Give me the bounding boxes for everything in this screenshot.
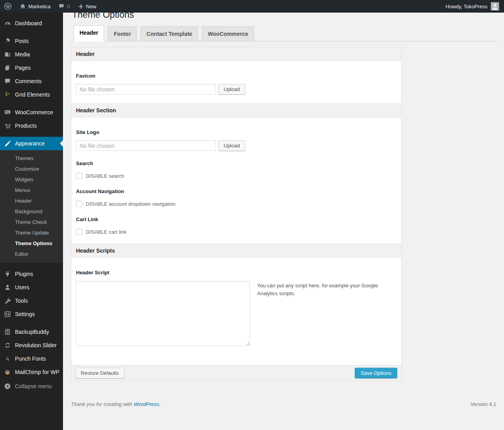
sidebar-label: Tools (15, 298, 28, 304)
tab-woocommerce[interactable]: WooCommerce (202, 26, 254, 41)
sidebar-item-appearance[interactable]: Appearance (0, 137, 63, 150)
wrench-icon (3, 297, 12, 305)
sidebar-label: Revolution Slider (15, 342, 57, 348)
site-logo-file-input[interactable] (76, 140, 216, 151)
new-menu[interactable]: New (74, 0, 100, 13)
submenu-item-header[interactable]: Header (0, 195, 63, 206)
disable-account-text: DISABLE account dropdown navigation (86, 201, 176, 207)
sidebar-label: Dashboard (15, 20, 42, 26)
tab-header[interactable]: Header (74, 25, 104, 41)
main-content: Theme Options Header Footer Contact Temp… (63, 0, 504, 407)
cart-link-label: Cart Link (76, 216, 397, 222)
disable-account-checkbox[interactable] (76, 201, 82, 207)
favicon-file-input[interactable] (76, 84, 216, 95)
sidebar-item-posts[interactable]: Posts (0, 34, 63, 48)
save-options-button[interactable]: Save Options (355, 368, 397, 378)
sidebar-separator (0, 30, 63, 34)
plugin-icon (3, 270, 12, 278)
pages-icon (3, 64, 12, 72)
comments-icon (3, 77, 12, 85)
sidebar-label: BackupBuddy (15, 329, 49, 335)
svg-text:W: W (6, 4, 10, 9)
new-label: New (86, 4, 96, 9)
account-navigation-label: Account Navigation (76, 188, 397, 194)
comments-menu[interactable]: 0 (54, 0, 74, 13)
disable-cart-row: DISABLE cart link (76, 229, 397, 235)
wordpress-logo-menu[interactable]: W (0, 0, 16, 13)
restore-defaults-button[interactable]: Restore Defaults (75, 368, 124, 378)
header-script-textarea[interactable] (76, 281, 250, 346)
submenu-item-menus[interactable]: Menus (0, 185, 63, 195)
collapse-label: Collapse menu (15, 383, 52, 389)
comments-count: 0 (67, 4, 70, 9)
header-script-help-text: You can put any script here, for example… (257, 282, 379, 298)
sidebar-item-settings[interactable]: Settings (0, 307, 63, 321)
section-header-header-section: Header Section (71, 103, 401, 117)
sidebar-label: Grid Elements (15, 91, 50, 98)
comment-bubble-icon (58, 3, 65, 9)
tab-footer[interactable]: Footer (108, 26, 137, 41)
sidebar-separator (0, 321, 63, 325)
submenu-item-widgets[interactable]: Widgets (0, 174, 63, 185)
wordpress-link[interactable]: WordPress (134, 401, 159, 407)
submenu-item-themes[interactable]: Themes (0, 153, 63, 164)
section-body-header-scripts: Header Script You can put any script her… (71, 258, 401, 365)
sidebar-label: Settings (15, 311, 35, 317)
submenu-item-background[interactable]: Background (0, 206, 63, 217)
admin-sidebar: Dashboard Posts Media Pages Comments Gri… (0, 13, 63, 430)
home-icon (20, 3, 26, 9)
sidebar-item-mailchimp[interactable]: MailChimp for WP (0, 365, 63, 379)
favicon-upload-button[interactable]: Upload (218, 84, 245, 95)
sidebar-separator (0, 101, 63, 106)
site-name-menu[interactable]: Marketica (16, 0, 54, 13)
sidebar-item-dashboard[interactable]: Dashboard (0, 17, 63, 30)
sidebar-label: Comments (15, 78, 42, 84)
tab-contact-template[interactable]: Contact Template (141, 26, 198, 41)
sidebar-item-media[interactable]: Media (0, 48, 63, 61)
sidebar-item-products[interactable]: Products (0, 119, 63, 132)
disable-search-text: DISABLE search (86, 173, 124, 179)
sidebar-label: Media (15, 51, 30, 58)
favicon-file-row: Upload (76, 84, 397, 95)
sidebar-label: Products (15, 123, 37, 129)
site-logo-file-row: Upload (76, 140, 397, 151)
search-label: Search (76, 160, 397, 166)
disable-cart-text: DISABLE cart link (86, 229, 126, 235)
footer-thanks-prefix: Thank you for creating with (71, 401, 134, 407)
sidebar-item-users[interactable]: Users (0, 281, 63, 294)
sidebar-item-woocommerce[interactable]: Woo WooCommerce (0, 106, 63, 119)
submenu-item-theme-options[interactable]: Theme Options (0, 238, 63, 249)
sidebar-label: Users (15, 284, 30, 290)
submenu-item-customize[interactable]: Customize (0, 164, 63, 174)
disable-search-row: DISABLE search (76, 173, 397, 179)
sidebar-item-pages[interactable]: Pages (0, 61, 63, 74)
mailchimp-monkey-icon (3, 368, 12, 376)
posts-pin-icon (3, 37, 12, 45)
svg-text:A: A (6, 356, 9, 362)
submenu-item-theme-update[interactable]: Theme Update (0, 227, 63, 238)
sidebar-item-revolution-slider[interactable]: Revolution Slider (0, 339, 63, 352)
disable-search-checkbox[interactable] (76, 173, 82, 179)
sidebar-item-grid-elements[interactable]: Grid Elements (0, 88, 63, 101)
site-logo-upload-button[interactable]: Upload (218, 140, 245, 151)
submenu-item-editor[interactable]: Editor (0, 249, 63, 259)
account-menu[interactable]: Howdy, TokoPress (441, 0, 504, 13)
sidebar-item-backupbuddy[interactable]: BackupBuddy (0, 325, 63, 339)
panel-footer: Restore Defaults Save Options (71, 365, 401, 380)
submenu-item-theme-check[interactable]: Theme Check (0, 217, 63, 227)
disable-cart-checkbox[interactable] (76, 229, 82, 235)
collapse-menu-button[interactable]: Collapse menu (0, 380, 63, 393)
plus-icon (78, 4, 84, 9)
header-script-label: Header Script (76, 270, 397, 275)
sidebar-item-plugins[interactable]: Plugins (0, 267, 63, 281)
sidebar-item-punch-fonts[interactable]: A Punch Fonts (0, 352, 63, 365)
appearance-brush-icon (3, 140, 12, 147)
sidebar-item-comments[interactable]: Comments (0, 74, 63, 88)
sidebar-label: Pages (15, 65, 31, 71)
sidebar-separator (0, 263, 63, 267)
wordpress-logo-icon: W (4, 2, 12, 10)
collapse-arrow-icon (3, 382, 12, 390)
sidebar-item-tools[interactable]: Tools (0, 294, 63, 307)
sidebar-label: Punch Fonts (15, 356, 46, 362)
woocommerce-icon: Woo (3, 108, 12, 116)
